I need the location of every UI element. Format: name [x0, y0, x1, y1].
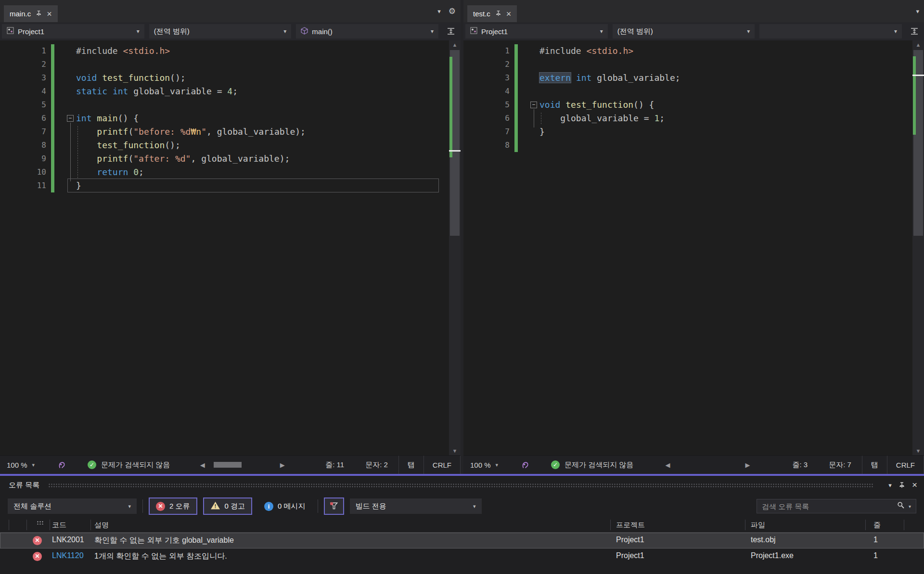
tab-list-chevron-icon[interactable]: ▾: [916, 8, 919, 15]
scroll-up-icon[interactable]: ▲: [912, 40, 924, 49]
close-icon[interactable]: ×: [912, 480, 917, 490]
panel-drag-grip[interactable]: [48, 483, 873, 487]
error-code[interactable]: LNK1120: [52, 551, 84, 560]
code-editor-main-c[interactable]: 1#include <stdio.h>23void test_function(…: [0, 40, 449, 455]
code-line[interactable]: 4static int global_variable = 4;: [0, 85, 449, 98]
code-line[interactable]: 7}: [463, 125, 912, 139]
errors-toggle-button[interactable]: ✕ 2 오류: [149, 497, 197, 515]
warnings-toggle-button[interactable]: ! 0 경고: [203, 497, 253, 515]
gear-icon[interactable]: ⚙: [449, 6, 456, 16]
eol-indicator[interactable]: CRLF: [424, 456, 461, 474]
zoom-selector[interactable]: 100 %▾: [463, 461, 513, 469]
split-window-button[interactable]: [443, 24, 459, 38]
search-icon[interactable]: [897, 501, 905, 511]
vertical-scrollbar[interactable]: ▲ ▼: [449, 40, 461, 455]
navigation-bar: Project1 ▾ (전역 범위) ▾ ▾: [463, 22, 924, 40]
scroll-down-icon[interactable]: ▼: [449, 446, 461, 455]
health-text: 문제가 검색되지 않음: [565, 460, 633, 470]
pin-icon[interactable]: [898, 482, 905, 488]
code-analysis-status[interactable]: ✓ 문제가 검색되지 않음: [551, 460, 633, 470]
code-analysis-status[interactable]: ✓ 문제가 검색되지 않음: [88, 460, 170, 470]
scope-dropdown[interactable]: (전역 범위) ▾: [613, 24, 755, 38]
code-editor-test-c[interactable]: 1#include <stdio.h>23extern int global_v…: [463, 40, 912, 455]
pin-icon[interactable]: [36, 10, 42, 17]
code-text: static int global_variable = 4;: [76, 85, 238, 98]
fold-collapse-icon[interactable]: −: [67, 115, 74, 122]
code-line[interactable]: 2: [0, 58, 449, 71]
code-line[interactable]: 10 return 0;: [0, 166, 449, 179]
code-line[interactable]: 2: [463, 58, 912, 71]
chevron-down-icon[interactable]: ▾: [909, 504, 911, 509]
line-number: 8: [0, 139, 46, 152]
scope-dropdown[interactable]: (전역 범위) ▾: [149, 24, 292, 38]
build-filter-dropdown[interactable]: 빌드 전용 ▾: [350, 498, 482, 514]
split-window-button[interactable]: [907, 24, 922, 38]
column-header-project[interactable]: 프로젝트: [616, 521, 645, 530]
search-box[interactable]: ▾: [757, 499, 916, 513]
code-line[interactable]: 3void test_function();: [0, 71, 449, 85]
code-line[interactable]: 3extern int global_variable;: [463, 71, 912, 85]
pin-icon[interactable]: [495, 10, 501, 17]
horizontal-scrollbar[interactable]: ◀ ▶: [665, 461, 750, 469]
zoom-selector[interactable]: 100 %▾: [0, 461, 50, 469]
error-code[interactable]: LNK2001: [52, 536, 84, 544]
scroll-left-icon[interactable]: ◀: [200, 461, 205, 469]
error-line: 1: [873, 536, 878, 544]
eol-indicator[interactable]: CRLF: [887, 456, 924, 474]
horizontal-scrollbar[interactable]: ◀ ▶: [200, 461, 285, 469]
error-list-title-bar[interactable]: 오류 목록 ▾ ×: [0, 476, 924, 494]
scroll-left-icon[interactable]: ◀: [665, 461, 670, 469]
column-indicator[interactable]: 문자: 2: [355, 460, 398, 470]
code-line[interactable]: 9 printf("after: %d", global_variable);: [0, 152, 449, 166]
column-header-line[interactable]: 줄: [873, 521, 881, 530]
column-indicator[interactable]: 문자: 7: [818, 460, 862, 470]
project-dropdown[interactable]: Project1 ▾: [465, 24, 608, 38]
code-line[interactable]: 11}: [0, 179, 449, 192]
indent-mode-indicator[interactable]: 탭: [398, 456, 424, 474]
scroll-down-icon[interactable]: ▼: [912, 446, 924, 455]
code-line[interactable]: 6−int main() {: [0, 112, 449, 125]
code-line[interactable]: 8 test_function();: [0, 139, 449, 152]
code-line[interactable]: 7 printf("before: %d₩n", global_variable…: [0, 125, 449, 139]
error-row[interactable]: ✕LNK11201개의 확인할 수 없는 외부 참조입니다.Project1Pr…: [0, 548, 924, 564]
tab-test-c[interactable]: test.c ×: [467, 5, 517, 22]
line-indicator[interactable]: 줄: 3: [782, 460, 818, 470]
member-dropdown[interactable]: ▾: [759, 24, 902, 38]
code-line[interactable]: 1#include <stdio.h>: [463, 44, 912, 58]
code-line[interactable]: 8: [463, 139, 912, 152]
code-line[interactable]: 4: [463, 85, 912, 98]
close-icon[interactable]: ×: [506, 10, 512, 18]
scroll-right-icon[interactable]: ▶: [745, 461, 750, 469]
window-position-chevron-icon[interactable]: ▾: [888, 482, 892, 489]
member-dropdown-label: main(): [312, 27, 333, 36]
check-icon: ✓: [551, 460, 560, 469]
code-text: int main() {: [76, 112, 139, 125]
error-row[interactable]: ✕LNK2001확인할 수 없는 외부 기호 global_variablePr…: [0, 533, 924, 548]
column-header-code[interactable]: 코드: [52, 521, 66, 530]
scroll-right-icon[interactable]: ▶: [280, 461, 285, 469]
fold-collapse-icon[interactable]: −: [530, 102, 537, 108]
vertical-scrollbar[interactable]: ▲ ▼: [912, 40, 924, 455]
column-header-description[interactable]: 설명: [94, 521, 109, 530]
line-indicator[interactable]: 줄: 11: [315, 460, 355, 470]
code-line[interactable]: 5: [0, 98, 449, 112]
zoom-level: 100 %: [470, 461, 491, 469]
messages-toggle-button[interactable]: i 0 메시지: [258, 497, 312, 515]
project-dropdown[interactable]: Project1 ▾: [2, 24, 144, 38]
scroll-up-icon[interactable]: ▲: [449, 40, 461, 49]
member-dropdown[interactable]: main() ▾: [296, 24, 438, 38]
filter-toggle-button[interactable]: [324, 497, 344, 515]
document-health-icon[interactable]: [58, 460, 66, 470]
scope-filter-dropdown[interactable]: 전체 솔루션 ▾: [8, 498, 137, 514]
tab-main-c[interactable]: main.c ×: [4, 5, 58, 22]
code-line[interactable]: 5−void test_function() {: [463, 98, 912, 112]
document-health-icon[interactable]: [521, 460, 530, 470]
column-header-file[interactable]: 파일: [751, 521, 765, 530]
hscroll-thumb[interactable]: [214, 462, 242, 468]
tab-list-chevron-icon[interactable]: ▾: [437, 8, 441, 15]
search-input[interactable]: [762, 502, 893, 510]
code-line[interactable]: 1#include <stdio.h>: [0, 44, 449, 58]
close-icon[interactable]: ×: [47, 10, 52, 18]
indent-mode-indicator[interactable]: 탭: [862, 456, 887, 474]
code-line[interactable]: 6 global_variable = 1;: [463, 112, 912, 125]
